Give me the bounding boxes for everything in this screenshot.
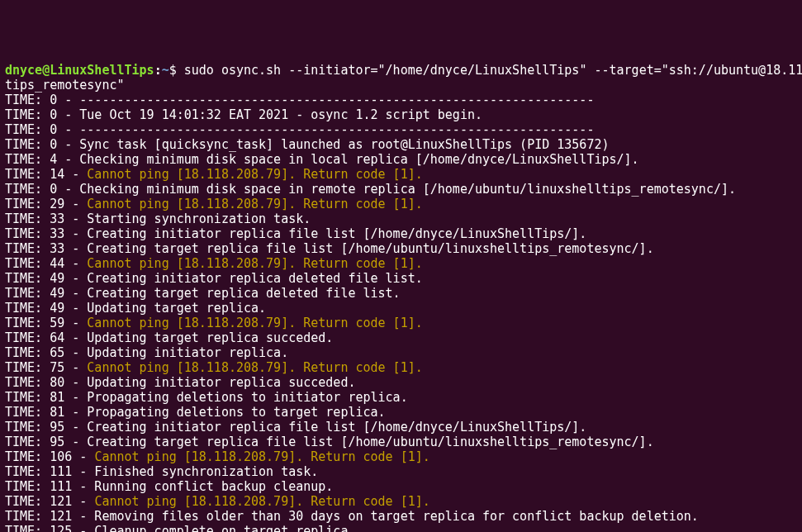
log-line: TIME: 33 - Creating target replica file … [5,241,654,256]
warning-text: Cannot ping [18.118.208.79]. Return code… [87,197,422,211]
log-line: TIME: 121 - Removing files older than 30… [5,509,699,524]
log-line: TIME: 33 - Starting synchronization task… [5,211,311,226]
log-line: TIME: 121 - Cannot ping [18.118.208.79].… [5,494,430,509]
terminal-buffer[interactable]: dnyce@LinuxShellTips:~$ sudo osync.sh --… [5,63,797,532]
prompt-user: dnyce [5,63,42,78]
log-line: TIME: 111 - Running conflict backup clea… [5,479,333,494]
log-line: TIME: 65 - Updating initiator replica. [5,345,288,360]
warning-text: Cannot ping [18.118.208.79]. Return code… [87,316,422,330]
log-line: TIME: 81 - Propagating deletions to init… [5,390,408,405]
command-line1: sudo osync.sh --initiator="/home/dnyce/L… [184,63,802,78]
warning-text: Cannot ping [18.118.208.79]. Return code… [87,360,422,375]
log-line: TIME: 44 - Cannot ping [18.118.208.79]. … [5,256,423,271]
log-line: TIME: 0 - ------------------------------… [5,122,594,137]
prompt-dollar: $ [169,63,184,78]
prompt-at: @ [42,63,50,78]
log-line: TIME: 59 - Cannot ping [18.118.208.79]. … [5,316,423,330]
log-line: TIME: 75 - Cannot ping [18.118.208.79]. … [5,360,423,375]
warning-text: Cannot ping [18.118.208.79]. Return code… [94,449,429,464]
log-line: TIME: 111 - Finished synchronization tas… [5,464,318,479]
log-line: TIME: 49 - Creating initiator replica de… [5,271,423,286]
prompt-path: ~ [162,63,169,78]
log-line: TIME: 0 - Sync task [quicksync_task] lau… [5,137,610,152]
command-line2: tips_remotesync" [5,78,125,93]
log-line: TIME: 125 - Cleanup complete on target r… [5,524,355,532]
prompt-colon: : [154,63,162,78]
prompt-line: dnyce@LinuxShellTips:~$ sudo osync.sh --… [5,63,802,78]
log-line: TIME: 64 - Updating target replica succe… [5,330,333,345]
log-line: TIME: 0 - ------------------------------… [5,93,594,107]
log-output: TIME: 0 - ------------------------------… [5,93,797,532]
warning-text: Cannot ping [18.118.208.79]. Return code… [94,494,429,509]
warning-text: Cannot ping [18.118.208.79]. Return code… [87,167,422,182]
log-line: TIME: 49 - Creating target replica delet… [5,286,401,301]
log-line: TIME: 95 - Creating target replica file … [5,435,654,449]
log-line: TIME: 106 - Cannot ping [18.118.208.79].… [5,449,430,464]
log-line: TIME: 14 - Cannot ping [18.118.208.79]. … [5,167,423,182]
log-line: TIME: 29 - Cannot ping [18.118.208.79]. … [5,197,423,211]
prompt-host: LinuxShellTips [50,63,154,78]
log-line: TIME: 0 - Checking minimum disk space in… [5,182,736,197]
log-line: TIME: 80 - Updating initiator replica su… [5,375,355,390]
log-line: TIME: 0 - Tue Oct 19 14:01:32 EAT 2021 -… [5,107,482,122]
log-line: TIME: 49 - Updating target replica. [5,301,266,316]
log-line: TIME: 33 - Creating initiator replica fi… [5,226,586,241]
log-line: TIME: 95 - Creating initiator replica fi… [5,420,586,435]
log-line: TIME: 81 - Propagating deletions to targ… [5,405,386,420]
log-line: TIME: 4 - Checking minimum disk space in… [5,152,639,167]
warning-text: Cannot ping [18.118.208.79]. Return code… [87,256,422,271]
